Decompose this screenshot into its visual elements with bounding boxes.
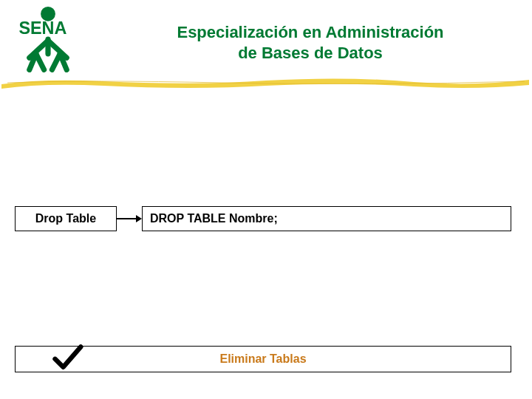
bottom-summary-box: Eliminar Tablas [15,346,511,372]
command-name-box: Drop Table [15,206,117,231]
command-syntax-text: DROP TABLE Nombre; [150,212,278,225]
arrow-right-icon [117,213,142,225]
command-name-label: Drop Table [35,212,96,225]
checkmark-icon [16,344,119,374]
title-line-2: de Bases de Datos [238,44,383,62]
sena-logo-text: SENA [18,18,66,38]
slide-title: Especialización en Administración de Bas… [118,22,502,63]
command-syntax-box: DROP TABLE Nombre; [142,206,511,231]
slide-header: SENA Especialización en Administración d… [0,0,532,85]
brush-underline-icon [0,74,532,90]
sena-logo-icon: SENA [15,6,81,72]
sena-logo: SENA [15,6,81,72]
bottom-text-container: Eliminar Tablas [119,352,511,366]
title-line-1: Especialización en Administración [177,23,443,41]
svg-marker-2 [136,215,142,222]
bottom-summary-text: Eliminar Tablas [219,352,306,366]
